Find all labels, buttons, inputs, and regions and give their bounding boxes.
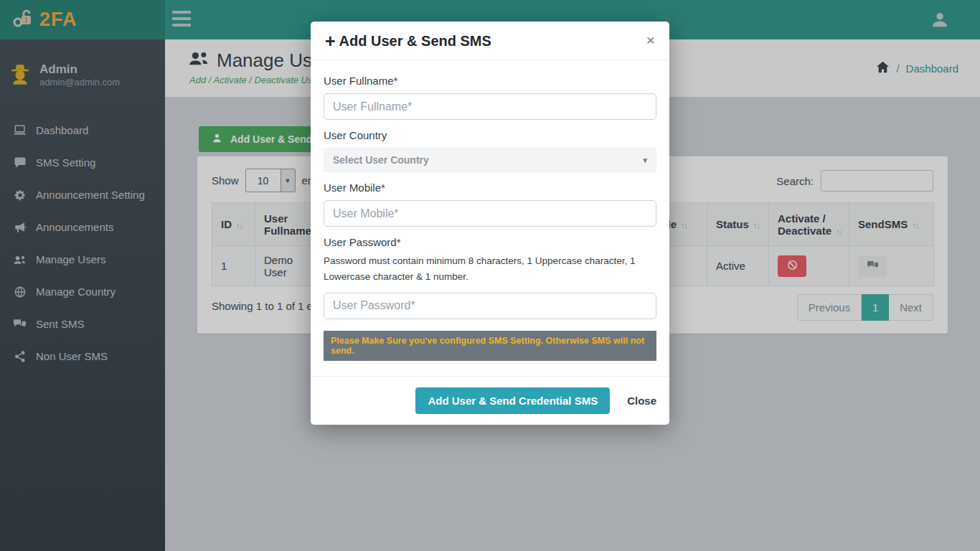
mobile-input[interactable]: [324, 200, 656, 227]
fullname-label: User Fullname*: [324, 75, 656, 87]
password-input[interactable]: [324, 293, 656, 319]
modal-close-icon[interactable]: ×: [646, 32, 655, 47]
app-viewport: 2FA Admin admin@admin.: [0, 0, 980, 551]
plus-icon: +: [325, 32, 336, 50]
modal-footer: Add User & Send Credential SMS Close: [311, 376, 669, 425]
country-label: User Country: [324, 129, 656, 141]
sms-warning-banner: Please Make Sure you've configured SMS S…: [324, 331, 656, 361]
password-hint: Password must contain minimum 8 characte…: [324, 253, 656, 286]
country-select[interactable]: Select User Country ▾: [324, 148, 656, 172]
password-label: User Password*: [324, 236, 656, 248]
modal-header: + Add User & Send SMS ×: [311, 22, 669, 60]
modal-body: User Fullname* User Country Select User …: [311, 60, 669, 364]
add-user-modal: + Add User & Send SMS × User Fullname* U…: [311, 22, 669, 425]
mobile-label: User Mobile*: [324, 182, 656, 194]
submit-add-user-button[interactable]: Add User & Send Credential SMS: [415, 387, 610, 414]
chevron-down-icon: ▾: [643, 156, 647, 165]
modal-close-button[interactable]: Close: [627, 395, 656, 407]
fullname-input[interactable]: [324, 93, 656, 120]
modal-title: + Add User & Send SMS: [325, 32, 491, 50]
